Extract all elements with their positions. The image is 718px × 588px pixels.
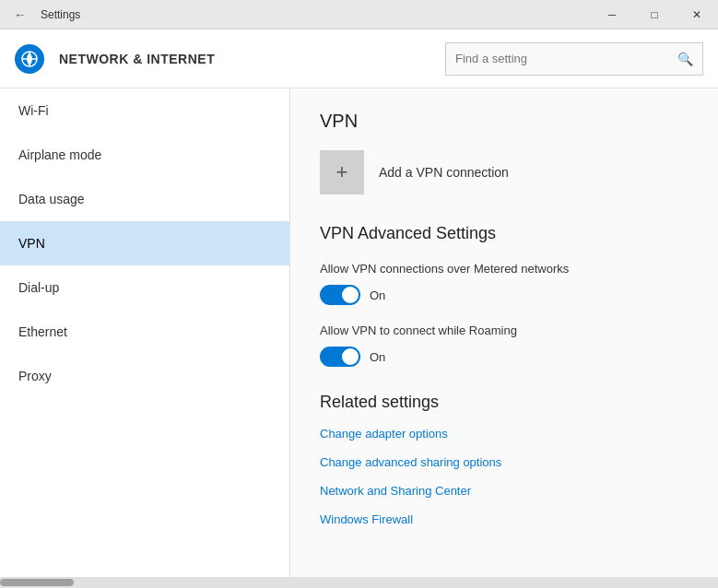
app-icon: [15, 44, 44, 74]
title-bar-controls: ─ □ ✕: [591, 0, 718, 29]
vpn-title: VPN: [320, 111, 689, 132]
app-title: NETWORK & INTERNET: [59, 52, 430, 66]
minimize-icon: ─: [608, 8, 617, 21]
scrollbar-thumb[interactable]: [0, 579, 74, 586]
app-header: NETWORK & INTERNET 🔍: [0, 29, 718, 88]
back-icon: ←: [14, 7, 27, 22]
roaming-toggle[interactable]: [320, 347, 360, 367]
sidebar-item-wifi[interactable]: Wi-Fi: [0, 88, 289, 133]
roaming-toggle-row: On: [320, 347, 689, 367]
minimize-button[interactable]: ─: [591, 0, 633, 29]
maximize-button[interactable]: □: [633, 0, 676, 29]
firewall-link[interactable]: Windows Firewall: [320, 512, 689, 526]
metered-label: Allow VPN connections over Metered netwo…: [320, 262, 689, 276]
sidebar-item-dialup[interactable]: Dial-up: [0, 265, 289, 310]
add-vpn-icon: +: [320, 150, 364, 194]
search-icon: 🔍: [677, 52, 693, 66]
metered-toggle-state: On: [370, 288, 385, 302]
roaming-setting: Allow VPN to connect while Roaming On: [320, 323, 689, 367]
sidebar-item-proxy[interactable]: Proxy: [0, 354, 289, 398]
metered-toggle[interactable]: [320, 285, 360, 305]
sidebar-item-vpn[interactable]: VPN: [0, 221, 289, 265]
network-internet-icon: [20, 50, 39, 68]
search-box[interactable]: 🔍: [445, 42, 703, 76]
add-vpn-row[interactable]: + Add a VPN connection: [320, 150, 689, 194]
metered-networks-setting: Allow VPN connections over Metered netwo…: [320, 262, 689, 305]
advanced-settings-title: VPN Advanced Settings: [320, 224, 689, 243]
metered-toggle-row: On: [320, 285, 689, 305]
sidebar-item-airplane[interactable]: Airplane mode: [0, 133, 289, 177]
title-bar-left: ← Settings: [7, 2, 80, 28]
sidebar-item-ethernet[interactable]: Ethernet: [0, 310, 289, 354]
sidebar-item-data-usage[interactable]: Data usage: [0, 177, 289, 221]
related-settings-title: Related settings: [320, 393, 689, 412]
roaming-label: Allow VPN to connect while Roaming: [320, 323, 689, 337]
close-icon: ✕: [692, 8, 701, 21]
roaming-toggle-state: On: [370, 350, 385, 364]
main-layout: Wi-Fi Airplane mode Data usage VPN Dial-…: [0, 88, 718, 577]
change-adapter-link[interactable]: Change adapter options: [320, 427, 689, 441]
change-sharing-link[interactable]: Change advanced sharing options: [320, 455, 689, 469]
sidebar: Wi-Fi Airplane mode Data usage VPN Dial-…: [0, 88, 290, 577]
search-input[interactable]: [455, 52, 670, 65]
add-vpn-label: Add a VPN connection: [379, 165, 509, 180]
maximize-icon: □: [651, 8, 657, 21]
sharing-center-link[interactable]: Network and Sharing Center: [320, 484, 689, 498]
back-button[interactable]: ←: [7, 2, 33, 28]
close-button[interactable]: ✕: [676, 0, 718, 29]
bottom-scrollbar[interactable]: [0, 577, 718, 588]
title-bar-title: Settings: [41, 8, 80, 21]
title-bar: ← Settings ─ □ ✕: [0, 0, 718, 29]
content-area: VPN + Add a VPN connection VPN Advanced …: [290, 88, 718, 577]
